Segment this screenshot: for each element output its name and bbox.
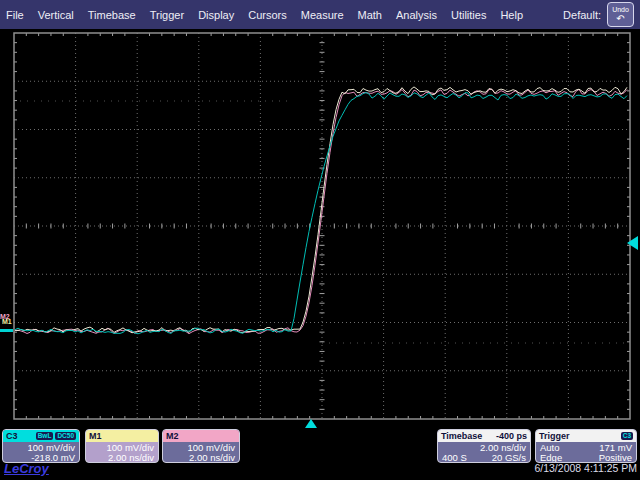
bandwidth-limit-badge: BwL xyxy=(36,432,54,440)
c3-level-indicator[interactable] xyxy=(0,329,13,332)
timebase-descriptor[interactable]: Timebase -400 ps 2.00 ns/div 400 S 20 GS… xyxy=(437,429,531,463)
menu-item-display[interactable]: Display xyxy=(198,9,234,21)
trigger-header: Trigger C3 xyxy=(536,430,636,442)
c3-header: C3 BwL DC50 xyxy=(3,430,79,442)
menu-bar: FileVerticalTimebaseTriggerDisplayCursor… xyxy=(0,0,640,29)
menu-item-analysis[interactable]: Analysis xyxy=(396,9,437,21)
trigger-title: Trigger xyxy=(539,431,570,441)
menu-items: FileVerticalTimebaseTriggerDisplayCursor… xyxy=(6,9,523,21)
menu-item-file[interactable]: File xyxy=(6,9,24,21)
default-label: Default: xyxy=(563,9,601,21)
m1-time-per-div: 2.00 ns/div xyxy=(90,453,154,463)
timebase-header: Timebase -400 ps xyxy=(438,430,530,442)
m1-label: M1 xyxy=(89,431,102,441)
m2-header: M2 xyxy=(163,430,239,442)
menu-item-cursors[interactable]: Cursors xyxy=(248,9,287,21)
coupling-badge: DC50 xyxy=(55,432,76,440)
menu-item-help[interactable]: Help xyxy=(500,9,523,21)
m1-trace-marker[interactable]: M1 xyxy=(2,318,12,325)
trigger-source-badge: C3 xyxy=(621,432,633,440)
timebase-samples: 400 S xyxy=(442,453,467,463)
menu-item-vertical[interactable]: Vertical xyxy=(38,9,74,21)
c3-label: C3 xyxy=(6,431,18,441)
m2-label: M2 xyxy=(166,431,179,441)
menu-item-timebase[interactable]: Timebase xyxy=(88,9,136,21)
timebase-delay: -400 ps xyxy=(496,431,527,441)
menu-item-utilities[interactable]: Utilities xyxy=(451,9,486,21)
trigger-descriptor[interactable]: Trigger C3 Auto 171 mV Edge Positive xyxy=(535,429,637,463)
menu-item-math[interactable]: Math xyxy=(358,9,382,21)
lecroy-logo: LeCroy xyxy=(4,461,49,476)
timebase-title: Timebase xyxy=(441,431,482,441)
datetime-display: 6/13/2008 4:11:25 PM xyxy=(534,462,637,474)
menu-item-trigger[interactable]: Trigger xyxy=(150,9,184,21)
memory-descriptor-m2[interactable]: M2 100 mV/div 2.00 ns/div xyxy=(162,429,240,463)
scope-display[interactable] xyxy=(0,0,640,480)
memory-descriptor-m1[interactable]: M1 100 mV/div 2.00 ns/div xyxy=(85,429,159,463)
timebase-sample-rate: 20 GS/s xyxy=(492,453,526,463)
channel-descriptor-c3[interactable]: C3 BwL DC50 100 mV/div -218.0 mV xyxy=(2,429,80,463)
undo-arrow-icon: ↶ xyxy=(616,14,624,23)
m2-time-per-div: 2.00 ns/div xyxy=(167,453,235,463)
m1-header: M1 xyxy=(86,430,158,442)
undo-button[interactable]: Undo ↶ xyxy=(607,2,634,27)
menu-item-measure[interactable]: Measure xyxy=(301,9,344,21)
